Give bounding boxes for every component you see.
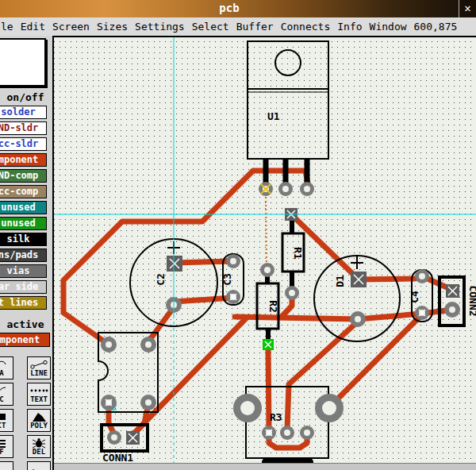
layer-button-ns-pads-9[interactable]: ns/pads	[0, 248, 47, 262]
coordinate-display: 600,875	[414, 21, 458, 33]
layer-button-solder-0[interactable]: solder	[0, 106, 47, 119]
titlebar[interactable]: pcb ✕	[0, 0, 476, 18]
refdes-d1: D1	[334, 275, 346, 287]
arc-tool-label: C	[0, 395, 4, 403]
layer-button-mponent-3[interactable]: mponent	[0, 153, 47, 167]
menu-item-window[interactable]: Window	[370, 21, 407, 33]
menu-item-select[interactable]: Select	[192, 21, 229, 33]
pin-pad	[285, 286, 299, 300]
layout-preview[interactable]	[0, 38, 46, 87]
rect-icon	[0, 411, 7, 422]
pin-pad	[280, 426, 294, 440]
refdes-r1: R1	[292, 247, 304, 260]
menu-item-info[interactable]: Info	[337, 21, 362, 33]
pin-pad	[444, 302, 460, 318]
menu-item-screen[interactable]: Screen	[52, 21, 90, 33]
refdes-r3: R3	[270, 411, 282, 423]
close-button[interactable]: ✕	[459, 0, 476, 17]
pcb-canvas[interactable]: U1 R1 R2 C3	[52, 36, 476, 470]
menu-item-buffer[interactable]: Buffer	[236, 21, 274, 33]
pin-pad	[101, 395, 117, 410]
selected-pad	[263, 339, 274, 350]
refdes-conn1: CONN1	[102, 452, 133, 464]
via-icon	[0, 359, 7, 369]
mounting-hole	[275, 50, 301, 75]
pin-pad	[415, 269, 429, 283]
layer-button-ar-side-11[interactable]: ar side	[0, 280, 47, 294]
buf-icon	[0, 437, 7, 448]
via-tool-button[interactable]: A	[0, 356, 13, 379]
pcb-drawing: U1 R1 R2 C3	[54, 37, 476, 465]
via-tool-label: A	[0, 369, 4, 377]
pin-pad	[300, 182, 314, 196]
line-icon	[29, 359, 48, 369]
rect-tool-button[interactable]: CT	[0, 409, 13, 432]
text-tool-button[interactable]: TEXT	[27, 383, 51, 406]
component-u1[interactable]: U1	[248, 41, 328, 187]
pin-pad	[260, 263, 274, 277]
component-d1[interactable]: D1	[314, 256, 400, 341]
pin-pad	[278, 182, 293, 196]
arc-tool-button[interactable]: C	[0, 383, 13, 406]
pin-pad	[101, 337, 117, 352]
sidebar: on/off solderND-sldrcc-sldrmponentND-com…	[0, 36, 52, 470]
menu-item-settings[interactable]: Settings	[135, 21, 185, 33]
layer-button-nd-comp-4[interactable]: ND-comp	[0, 169, 47, 183]
tool-palette: ALINECTEXTCTPOLYFDEL	[0, 356, 52, 470]
pin-pad	[259, 182, 273, 196]
pin-pad	[226, 290, 240, 304]
layer-button-vias-10[interactable]: vias	[0, 264, 47, 278]
onoff-label: on/off	[0, 91, 51, 103]
layer-button-t-lines-12[interactable]: t lines	[0, 296, 47, 310]
refdes-c4: C4	[409, 291, 420, 303]
menu-item-sizes[interactable]: Sizes	[97, 21, 128, 33]
pin-pad	[262, 426, 276, 440]
square-pad	[351, 272, 367, 287]
pin-pad	[350, 311, 366, 327]
pin-pad	[300, 426, 314, 440]
active-layer-button[interactable]: mponent	[0, 333, 50, 347]
layer-button-nd-sldr-1[interactable]: ND-sldr	[0, 121, 47, 135]
close-icon: ✕	[464, 2, 470, 14]
menubar: leEditScreenSizesSettingsSelectBufferCon…	[0, 17, 476, 36]
poly-icon	[29, 411, 48, 422]
del-tool-label: DEL	[33, 448, 45, 456]
rat-line	[266, 193, 267, 268]
window-title: pcb	[0, 2, 459, 14]
pin-pad	[226, 254, 240, 268]
text-tool-label: TEXT	[30, 395, 48, 403]
refdes-r2: R2	[267, 300, 279, 313]
layer-button-list: solderND-sldrcc-sldrmponentND-compcc-com…	[0, 106, 52, 312]
refdes-c3: C3	[221, 273, 233, 286]
pin-pad	[140, 337, 156, 352]
menu-item-connects[interactable]: Connects	[281, 21, 331, 33]
pcb-window: pcb ✕ leEditScreenSizesSettingsSelectBuf…	[0, 0, 476, 470]
horizontal-scrollbar[interactable]	[54, 463, 476, 470]
pin-pad	[415, 306, 429, 320]
layer-button-unused-6[interactable]: unused	[0, 201, 47, 214]
thermal-tool-button[interactable]	[27, 461, 51, 470]
component-r2[interactable]: R2	[257, 272, 279, 341]
text-icon	[29, 385, 48, 395]
rect-tool-label: CT	[0, 422, 6, 430]
layer-button-cc-sldr-2[interactable]: cc-sldr	[0, 137, 47, 151]
pin-pad	[107, 430, 121, 445]
menu-item-edit[interactable]: Edit	[21, 21, 45, 33]
refdes-c2: C2	[155, 273, 167, 286]
menu-item-le[interactable]: le	[1, 21, 13, 33]
del-tool-button[interactable]: DEL	[27, 435, 51, 458]
layer-button-silk-8[interactable]: silk	[0, 233, 47, 246]
rot-tool-button[interactable]	[0, 461, 13, 470]
refdes-u1: U1	[267, 110, 280, 122]
line-tool-button[interactable]: LINE	[27, 356, 51, 379]
active-label: active	[0, 318, 51, 330]
buf-tool-button[interactable]: F	[0, 435, 13, 458]
layer-button-unused-7[interactable]: unused	[0, 217, 47, 230]
pin-pad	[140, 395, 156, 410]
layer-button-cc-comp-5[interactable]: cc-comp	[0, 185, 47, 198]
buf-tool-label: F	[0, 448, 4, 456]
square-pad	[446, 284, 459, 298]
poly-tool-button[interactable]: POLY	[27, 409, 51, 432]
arc-icon	[0, 385, 7, 395]
poly-tool-label: POLY	[30, 422, 48, 430]
